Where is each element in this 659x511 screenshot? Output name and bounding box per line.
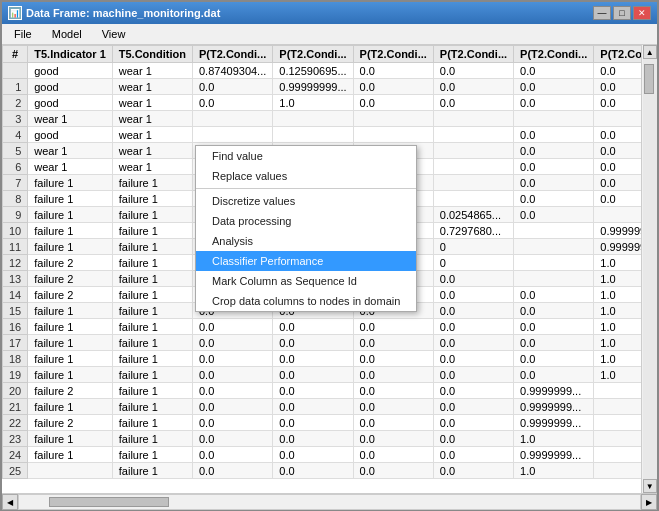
scroll-left-arrow[interactable]: ◀ [2,494,18,510]
data-cell: 0.99999999... [273,79,353,95]
data-cell [353,111,433,127]
data-cell: failure 1 [112,271,192,287]
data-cell: wear 1 [112,127,192,143]
ctx-mark-column[interactable]: Mark Column as Sequence Id [196,271,416,291]
row-index-cell: 9 [3,207,28,223]
data-cell: 1.0 [514,431,594,447]
data-cell: 0.0 [193,431,273,447]
data-cell: 0.0 [193,95,273,111]
data-cell: 0.9999999... [594,223,642,239]
data-cell: failure 2 [28,415,113,431]
data-cell: 0.0 [514,335,594,351]
horizontal-scrollbar[interactable] [18,494,641,510]
ctx-discretize[interactable]: Discretize values [196,191,416,211]
menubar: File Model View [2,24,657,45]
data-cell: 0.0 [594,95,642,111]
data-cell: 0.0 [193,335,273,351]
data-cell: 0.0 [433,95,513,111]
close-button[interactable]: ✕ [633,6,651,20]
ctx-data-processing[interactable]: Data processing [196,211,416,231]
data-cell: 0.0 [193,367,273,383]
data-cell: 0.0 [193,383,273,399]
data-cell: 0.0 [433,415,513,431]
data-cell: 1.0 [594,335,642,351]
row-index-cell: 17 [3,335,28,351]
data-cell: 1.0 [514,463,594,479]
data-cell: 0.0 [594,63,642,79]
data-cell [433,127,513,143]
data-cell: wear 1 [28,159,113,175]
data-cell: 0.0 [433,335,513,351]
data-cell: 0.0 [514,319,594,335]
ctx-find-value[interactable]: Find value [196,146,416,166]
data-cell: 0.12590695... [273,63,353,79]
data-cell: 0.0 [353,367,433,383]
minimize-button[interactable]: — [593,6,611,20]
data-cell: wear 1 [112,79,192,95]
scroll-up-arrow[interactable]: ▲ [643,45,657,59]
data-cell: 0.0 [273,399,353,415]
h-scroll-thumb[interactable] [49,497,169,507]
data-cell: 0.0 [273,351,353,367]
menu-model[interactable]: Model [44,26,90,42]
table-row: 21failure 1failure 10.00.00.00.00.999999… [3,399,642,415]
table-row: 2goodwear 10.01.00.00.00.00.0 [3,95,642,111]
data-cell: 0.0 [353,399,433,415]
row-index-cell: 16 [3,319,28,335]
data-cell [433,111,513,127]
menu-view[interactable]: View [94,26,134,42]
data-cell [514,271,594,287]
data-cell: failure 1 [112,447,192,463]
data-cell: failure 1 [28,239,113,255]
data-cell: 0.0 [353,431,433,447]
row-index-cell: 2 [3,95,28,111]
data-cell [514,239,594,255]
data-cell: 0.0 [353,335,433,351]
vertical-scrollbar[interactable]: ▲ ▼ [641,45,657,493]
data-cell: 0.0 [433,287,513,303]
main-window: 📊 Data Frame: machine_monitoring.dat — □… [0,0,659,511]
data-cell: failure 2 [28,287,113,303]
data-cell: 0.0 [433,63,513,79]
data-cell: 0.0 [193,319,273,335]
data-cell: failure 1 [112,399,192,415]
data-cell: 0.0 [353,415,433,431]
data-cell: failure 1 [112,223,192,239]
data-cell: 0.0 [273,447,353,463]
scroll-down-arrow[interactable]: ▼ [643,479,657,493]
data-cell: good [28,95,113,111]
row-index-cell: 19 [3,367,28,383]
scroll-right-arrow[interactable]: ▶ [641,494,657,510]
data-cell: 1.0 [594,367,642,383]
ctx-crop-data[interactable]: Crop data columns to nodes in domain [196,291,416,311]
menu-file[interactable]: File [6,26,40,42]
data-cell: wear 1 [28,111,113,127]
table-row: 16failure 1failure 10.00.00.00.00.01.0 [3,319,642,335]
row-index-cell: 14 [3,287,28,303]
data-cell: 0.0 [193,399,273,415]
data-cell: wear 1 [112,95,192,111]
data-cell: failure 1 [112,255,192,271]
data-cell: 0.0 [514,351,594,367]
ctx-replace-values[interactable]: Replace values [196,166,416,186]
maximize-button[interactable]: □ [613,6,631,20]
row-index-cell: 1 [3,79,28,95]
data-cell: failure 1 [28,191,113,207]
ctx-analysis[interactable]: Analysis [196,231,416,251]
data-cell: 0.0 [433,79,513,95]
data-cell [433,159,513,175]
row-index-cell: 15 [3,303,28,319]
col-header-p5: P(T2.Condi... [514,46,594,63]
data-cell [273,111,353,127]
scroll-thumb[interactable] [644,64,654,94]
row-index-cell: 18 [3,351,28,367]
scroll-track[interactable] [643,59,657,479]
ctx-classifier-performance[interactable]: Classifier Performance [196,251,416,271]
data-cell: 0.0 [353,95,433,111]
data-cell: 0.0 [433,319,513,335]
row-index-cell: 24 [3,447,28,463]
table-header-row: # T5.Indicator 1 T5.Condition P(T2.Condi… [3,46,642,63]
data-cell [594,415,642,431]
data-cell [594,207,642,223]
data-cell: 0.0 [514,175,594,191]
